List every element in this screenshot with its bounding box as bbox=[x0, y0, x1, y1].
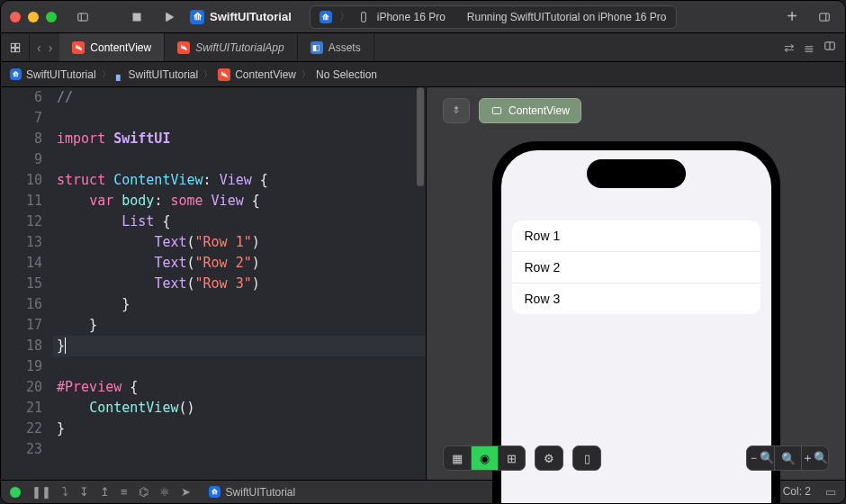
run-destination-status[interactable]: ⟰ 〉 iPhone 16 Pro Running SwiftUITutoria… bbox=[310, 5, 677, 29]
pause-button[interactable]: ❚❚ bbox=[32, 485, 51, 499]
code-line[interactable]: Text("Row 3") bbox=[53, 274, 426, 294]
list-row[interactable]: Row 1 bbox=[512, 220, 760, 252]
crumb-selection: No Selection bbox=[316, 68, 377, 81]
nav-forward-button[interactable]: › bbox=[45, 40, 57, 55]
chevron-right-icon: 〉 bbox=[100, 68, 112, 81]
pin-preview-button[interactable] bbox=[443, 98, 470, 123]
svg-rect-2 bbox=[133, 14, 140, 21]
svg-rect-5 bbox=[820, 13, 830, 20]
add-editor-button[interactable] bbox=[824, 40, 836, 55]
chevron-right-icon: 〉 bbox=[202, 68, 214, 81]
device-icon bbox=[357, 11, 370, 23]
titlebar: ⟰ SwiftUITutorial ⟰ 〉 iPhone 16 Pro Runn… bbox=[1, 1, 845, 33]
preview-list: Row 1Row 2Row 3 bbox=[512, 220, 760, 314]
swift-file-icon bbox=[177, 41, 190, 54]
tab-label: ContentView bbox=[90, 41, 151, 54]
code-line[interactable]: var body: some View { bbox=[53, 191, 426, 212]
stop-button[interactable] bbox=[125, 6, 148, 28]
app-icon: ⟰ bbox=[190, 10, 204, 24]
code-line[interactable]: Text("Row 1") bbox=[53, 232, 426, 253]
code-line[interactable] bbox=[53, 108, 426, 129]
project-name: SwiftUITutorial bbox=[210, 10, 292, 23]
editor-tab[interactable]: ContentView bbox=[59, 33, 165, 61]
code-line[interactable]: } bbox=[53, 294, 426, 315]
step-into-button[interactable]: ↧ bbox=[79, 485, 89, 499]
preview-mode-controls: ▦ ◉ ⊞ bbox=[443, 446, 526, 471]
code-line[interactable]: struct ContentView: View { bbox=[53, 170, 426, 191]
code-line[interactable]: ContentView() bbox=[53, 398, 426, 418]
adjust-editor-options-button[interactable]: ≣ bbox=[804, 40, 814, 55]
step-over-button[interactable]: ⤵ bbox=[62, 485, 68, 499]
editor-tab[interactable]: SwiftUITutorialApp bbox=[165, 33, 297, 61]
code-line[interactable] bbox=[53, 149, 426, 170]
scheme-icon: ⟰ bbox=[320, 11, 332, 23]
device-name: iPhone 16 Pro bbox=[377, 11, 446, 23]
process-name: SwiftUITutorial bbox=[226, 486, 296, 499]
variants-button[interactable]: ⊞ bbox=[498, 446, 525, 470]
scheme-selector[interactable]: ⟰ SwiftUITutorial bbox=[190, 10, 292, 24]
memory-graph-button[interactable]: ⌬ bbox=[139, 485, 148, 499]
live-preview-button[interactable]: ▦ bbox=[444, 446, 471, 470]
swift-file-icon bbox=[72, 41, 85, 54]
selectable-preview-button[interactable]: ◉ bbox=[471, 446, 498, 470]
zoom-out-button[interactable]: －🔍 bbox=[747, 446, 774, 470]
chevron-right-icon: 〉 bbox=[300, 68, 312, 81]
related-items-button[interactable] bbox=[1, 33, 30, 61]
folder-icon: ▖ bbox=[116, 68, 124, 81]
code-line[interactable]: import SwiftUI bbox=[53, 129, 426, 149]
svg-rect-7 bbox=[11, 43, 14, 47]
minimize-window-button[interactable] bbox=[28, 12, 39, 22]
tab-label: Assets bbox=[328, 41, 361, 54]
process-icon: ⟰ bbox=[209, 486, 220, 498]
list-row[interactable]: Row 2 bbox=[512, 252, 760, 284]
window-controls bbox=[10, 12, 57, 22]
orientation-button[interactable]: ▯ bbox=[573, 446, 600, 470]
editor-scrollbar[interactable] bbox=[417, 87, 424, 480]
toggle-debug-area-button[interactable]: ▭ bbox=[825, 485, 836, 499]
code-line[interactable]: #Preview { bbox=[53, 377, 426, 398]
device-settings-button[interactable]: ⚙ bbox=[536, 446, 562, 470]
code-line[interactable]: List { bbox=[53, 212, 426, 232]
build-status-text: Running SwiftUITutorial on iPhone 16 Pro bbox=[467, 11, 667, 23]
code-line[interactable]: // bbox=[53, 87, 426, 108]
crumb-file: ContentView bbox=[235, 68, 296, 81]
svg-rect-0 bbox=[78, 13, 88, 20]
svg-rect-8 bbox=[15, 43, 19, 47]
run-button[interactable] bbox=[158, 6, 181, 28]
view-debug-button[interactable]: ≡ bbox=[121, 485, 128, 499]
jump-bar[interactable]: ⟰SwiftUITutorial 〉 ▖SwiftUITutorial 〉 Co… bbox=[1, 62, 845, 87]
editor-tab[interactable]: ◧Assets bbox=[298, 33, 374, 61]
crumb-project: SwiftUITutorial bbox=[26, 68, 96, 81]
code-line[interactable]: } bbox=[53, 418, 426, 439]
code-line[interactable] bbox=[53, 439, 426, 460]
svg-marker-3 bbox=[166, 13, 174, 21]
dynamic-island bbox=[587, 159, 686, 188]
code-line[interactable]: } bbox=[53, 336, 426, 356]
code-line[interactable]: } bbox=[53, 315, 426, 336]
preview-selector[interactable]: ContentView bbox=[479, 98, 581, 123]
toggle-code-review-button[interactable]: ⇄ bbox=[784, 40, 795, 55]
add-button[interactable]: + bbox=[780, 6, 804, 28]
code-line[interactable]: Text("Row 2") bbox=[53, 253, 426, 274]
environment-override-button[interactable]: ⚛ bbox=[159, 485, 170, 499]
toggle-inspector-button[interactable] bbox=[813, 6, 836, 28]
source-editor[interactable]: 67891011121314151617181920212223 // impo… bbox=[1, 87, 426, 480]
zoom-fit-button[interactable]: 🔍 bbox=[774, 446, 801, 470]
preview-canvas: ContentView Row 1Row 2Row 3 ▦ ◉ ⊞ ⚙ bbox=[426, 87, 845, 480]
zoom-in-button[interactable]: ＋🔍 bbox=[801, 446, 828, 470]
status-indicator bbox=[10, 487, 21, 498]
list-row[interactable]: Row 3 bbox=[512, 284, 760, 314]
crumb-folder: SwiftUITutorial bbox=[129, 68, 199, 81]
zoom-window-button[interactable] bbox=[46, 12, 57, 22]
step-out-button[interactable]: ↥ bbox=[100, 485, 110, 499]
simulate-location-button[interactable]: ➤ bbox=[181, 485, 191, 499]
code-line[interactable] bbox=[53, 356, 426, 377]
chevron-right-icon: 〉 bbox=[339, 9, 350, 24]
toggle-navigator-button[interactable] bbox=[71, 6, 94, 28]
main-split: 67891011121314151617181920212223 // impo… bbox=[1, 87, 845, 480]
preview-chip-label: ContentView bbox=[508, 104, 570, 117]
editor-tab-bar: ‹ › ContentViewSwiftUITutorialApp◧Assets… bbox=[1, 33, 845, 62]
close-window-button[interactable] bbox=[10, 12, 21, 22]
nav-back-button[interactable]: ‹ bbox=[33, 40, 45, 55]
svg-rect-9 bbox=[11, 48, 14, 51]
